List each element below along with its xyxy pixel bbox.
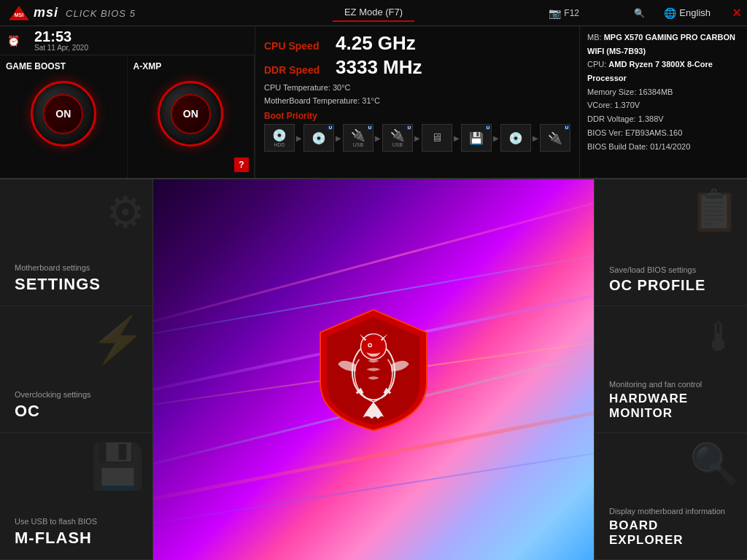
globe-icon: 🌐 bbox=[664, 7, 676, 19]
cpu-info-label: CPU: bbox=[587, 60, 606, 69]
bios-ver-info-line: BIOS Ver: E7B93AMS.160 bbox=[587, 126, 740, 140]
search-area[interactable]: 🔍 bbox=[634, 8, 645, 18]
cpu-info-line: CPU: AMD Ryzen 7 3800X 8-Core Processor bbox=[587, 58, 740, 85]
cpu-speed-value: 4.25 GHz bbox=[336, 32, 416, 55]
axmp-knob[interactable]: ON bbox=[154, 77, 227, 150]
boot-arrow-7: ▶ bbox=[533, 134, 538, 142]
oc-profile-title: OC PROFILE bbox=[609, 277, 732, 294]
help-button[interactable]: ? bbox=[234, 158, 249, 172]
language-label: English bbox=[679, 7, 711, 18]
bios-build-label: BIOS Build Date: bbox=[587, 142, 648, 151]
hw-monitor-sub-label: Monitoring and fan control bbox=[609, 380, 732, 389]
oc-menu-item[interactable]: ⚡ Overclocking settings OC bbox=[0, 306, 152, 433]
boot-devices: 💿 HDD ▶ 💿 U ▶ 🔌 USB U ▶ 🔌 USB U bbox=[264, 124, 570, 152]
mb-info-label: MB: bbox=[587, 33, 602, 42]
f12-label: F12 bbox=[564, 8, 579, 18]
center-image bbox=[153, 179, 594, 560]
board-explorer-sub-label: Display motherboard information bbox=[609, 507, 732, 516]
oc-profile-menu-item[interactable]: 📋 Save/load BIOS settings OC PROFILE bbox=[595, 179, 747, 306]
usb3-icon: 🔌 bbox=[548, 131, 562, 145]
bios-ver-value: E7B93AMS.160 bbox=[625, 128, 682, 137]
disk-icon: 💿 bbox=[508, 131, 523, 145]
ddr-voltage-label: DDR Voltage: bbox=[587, 114, 636, 123]
msi-shield-logo bbox=[315, 304, 432, 435]
hw-monitor-title: HARDWAREMONITOR bbox=[609, 392, 732, 421]
mb-info-line: MB: MPG X570 GAMING PRO CARBON WIFI (MS-… bbox=[587, 31, 740, 58]
memory-label: Memory Size: bbox=[587, 88, 636, 96]
settings-sub-label: Motherboard settings bbox=[15, 263, 138, 272]
logo-area: MSI msi CLICK BIOS 5 bbox=[0, 3, 144, 23]
hdd-icon: 💿 bbox=[272, 128, 287, 142]
main-content: ⚙ Motherboard settings SETTINGS ⚡ Overcl… bbox=[0, 179, 747, 560]
boot-device-1[interactable]: 💿 HDD bbox=[264, 124, 295, 152]
hw-monitor-menu-item[interactable]: 🌡 Monitoring and fan control HARDWAREMON… bbox=[595, 306, 747, 433]
cpu-speed-row: CPU Speed 4.25 GHz bbox=[264, 32, 570, 55]
boot-device-4[interactable]: 🔌 USB U bbox=[382, 124, 413, 152]
logo-text: msi CLICK BIOS 5 bbox=[34, 5, 136, 20]
boot-device-7[interactable]: 💿 bbox=[500, 124, 531, 152]
cpu-info-value: AMD Ryzen 7 3800X 8-Core Processor bbox=[587, 60, 713, 82]
language-area[interactable]: 🌐 English bbox=[664, 7, 711, 19]
mflash-sub-label: Use USB to flash BIOS bbox=[15, 517, 138, 526]
settings-menu-item[interactable]: ⚙ Motherboard settings SETTINGS bbox=[0, 179, 152, 306]
search-icon: 🔍 bbox=[634, 8, 645, 18]
bios-ver-label: BIOS Ver: bbox=[587, 128, 623, 137]
boot-arrow-6: ▶ bbox=[493, 134, 499, 142]
boot-arrow-4: ▶ bbox=[414, 134, 420, 142]
close-button[interactable]: × bbox=[732, 4, 741, 21]
settings-bg-icon: ⚙ bbox=[106, 187, 145, 238]
game-boost-section[interactable]: GAME BOOST ON bbox=[0, 55, 128, 178]
f12-area: 📷 F12 bbox=[549, 7, 579, 19]
board-explorer-menu-item[interactable]: 🔍 Display motherboard information BOARDE… bbox=[595, 433, 747, 560]
clock-area: 21:53 Sat 11 Apr, 2020 bbox=[26, 29, 97, 52]
cpu-speed-label: CPU Speed bbox=[264, 40, 330, 52]
optical-icon: 💿 bbox=[311, 131, 326, 145]
settings-title: SETTINGS bbox=[15, 275, 138, 294]
boot-arrow-2: ▶ bbox=[336, 134, 341, 142]
boot-device-2[interactable]: 💿 U bbox=[303, 124, 334, 152]
oc-sub-label: Overclocking settings bbox=[15, 390, 138, 399]
mb-temp-value: 31°C bbox=[362, 96, 380, 105]
mb-info-value: MPG X570 GAMING PRO CARBON WIFI (MS-7B93… bbox=[587, 33, 735, 55]
mb-temp-row: MotherBoard Temperature: 31°C bbox=[264, 96, 570, 105]
left-sidebar: ⚙ Motherboard settings SETTINGS ⚡ Overcl… bbox=[0, 179, 153, 560]
svg-point-5 bbox=[369, 344, 371, 346]
mflash-bg-icon: 💾 bbox=[90, 440, 145, 492]
ddr-speed-row: DDR Speed 3333 MHz bbox=[264, 56, 570, 79]
cpu-temp-row: CPU Temperature: 30°C bbox=[264, 83, 570, 92]
msi-logo-icon: MSI bbox=[9, 3, 29, 23]
ddr-voltage-info-line: DDR Voltage: 1.388V bbox=[587, 112, 740, 126]
ez-mode-button[interactable]: EZ Mode (F7) bbox=[333, 4, 414, 22]
drive-icon: 🖥 bbox=[431, 131, 443, 144]
clock-icon: ⏰ bbox=[7, 35, 20, 47]
boot-arrow-3: ▶ bbox=[375, 134, 381, 142]
boot-device-3[interactable]: 🔌 USB U bbox=[343, 124, 374, 152]
board-explorer-bg-icon: 🔍 bbox=[689, 440, 740, 488]
axmp-knob-outer[interactable]: ON bbox=[158, 81, 223, 147]
oc-title: OC bbox=[15, 402, 138, 421]
boot-device-5[interactable]: 🖥 bbox=[422, 124, 452, 152]
vcore-label: VCore: bbox=[587, 101, 612, 109]
board-explorer-title: BOARDEXPLORER bbox=[609, 518, 732, 548]
left-panel: ⏰ 21:53 Sat 11 Apr, 2020 GAME BOOST ON A… bbox=[0, 26, 255, 178]
topbar: MSI msi CLICK BIOS 5 EZ Mode (F7) 📷 F12 … bbox=[0, 0, 747, 26]
game-boost-knob[interactable]: ON bbox=[27, 77, 100, 150]
info-panel: ⏰ 21:53 Sat 11 Apr, 2020 GAME BOOST ON A… bbox=[0, 26, 747, 179]
bios-build-value: 01/14/2020 bbox=[650, 142, 690, 151]
game-boost-knob-outer[interactable]: ON bbox=[31, 81, 96, 147]
ddr-speed-value: 3333 MHz bbox=[336, 56, 422, 79]
vcore-info-line: VCore: 1.370V bbox=[587, 98, 740, 112]
clock-time: 21:53 bbox=[34, 29, 88, 44]
usb-icon: 🔌 bbox=[351, 128, 365, 142]
boot-arrow-5: ▶ bbox=[454, 134, 460, 142]
right-sidebar: 📋 Save/load BIOS settings OC PROFILE 🌡 M… bbox=[594, 179, 747, 560]
mflash-menu-item[interactable]: 💾 Use USB to flash BIOS M-FLASH bbox=[0, 433, 152, 560]
memory-info-line: Memory Size: 16384MB bbox=[587, 85, 740, 99]
oc-profile-sub-label: Save/load BIOS settings bbox=[609, 265, 732, 274]
bios-build-info-line: BIOS Build Date: 01/14/2020 bbox=[587, 140, 740, 154]
boot-device-8[interactable]: 🔌 U bbox=[540, 124, 570, 152]
axmp-label: A-XMP bbox=[133, 61, 162, 71]
boot-device-6[interactable]: 💾 U bbox=[461, 124, 492, 152]
vcore-value: 1.370V bbox=[614, 101, 640, 109]
boot-priority-label: Boot Priority bbox=[264, 111, 570, 121]
